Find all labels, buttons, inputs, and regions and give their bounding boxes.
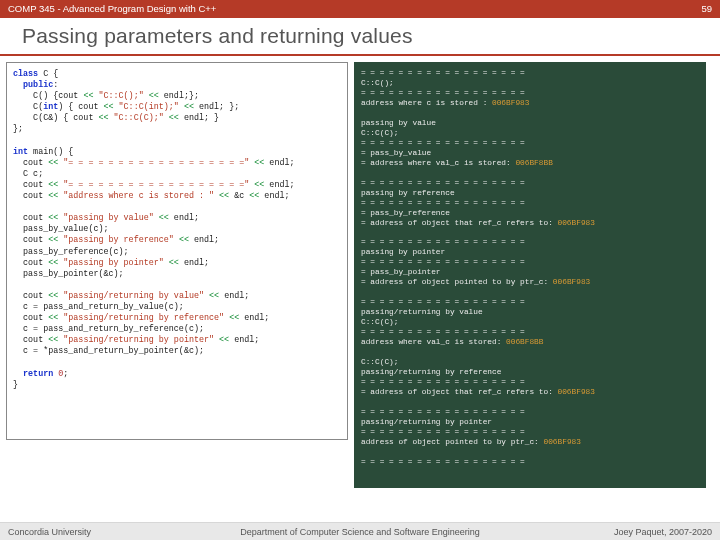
page-number: 59: [701, 0, 712, 18]
footer-right: Joey Paquet, 2007-2020: [614, 523, 712, 540]
footer-left: Concordia University: [8, 523, 91, 540]
source-code-box: class C { public: C() {cout << "C::C();"…: [6, 62, 348, 440]
title-underline: [0, 54, 720, 56]
address-value: 006BF8BB: [506, 338, 543, 346]
course-code: COMP 345 - Advanced Program Design with …: [8, 0, 216, 18]
address-value: 006BF8BB: [515, 159, 552, 167]
content-area: class C { public: C() {cout << "C::C();"…: [0, 60, 720, 488]
address-value: 006BF983: [553, 278, 590, 286]
footer-mid: Department of Computer Science and Softw…: [240, 523, 480, 540]
kw-class: class: [13, 69, 38, 79]
topbar: COMP 345 - Advanced Program Design with …: [0, 0, 720, 18]
output-console-box: = = = = = = = = = = = = = = = = = = C::C…: [354, 62, 706, 488]
address-value: 006BF983: [558, 388, 595, 396]
slide: COMP 345 - Advanced Program Design with …: [0, 0, 720, 540]
kw-int: int: [13, 147, 28, 157]
address-value: 006BF983: [543, 438, 580, 446]
kw-return: return: [23, 369, 53, 379]
address-value: 006BF983: [492, 99, 529, 107]
slide-title: Passing parameters and returning values: [0, 18, 720, 54]
kw-public: public: [23, 80, 53, 90]
address-value: 006BF983: [558, 219, 595, 227]
footer: Concordia University Department of Compu…: [0, 522, 720, 540]
